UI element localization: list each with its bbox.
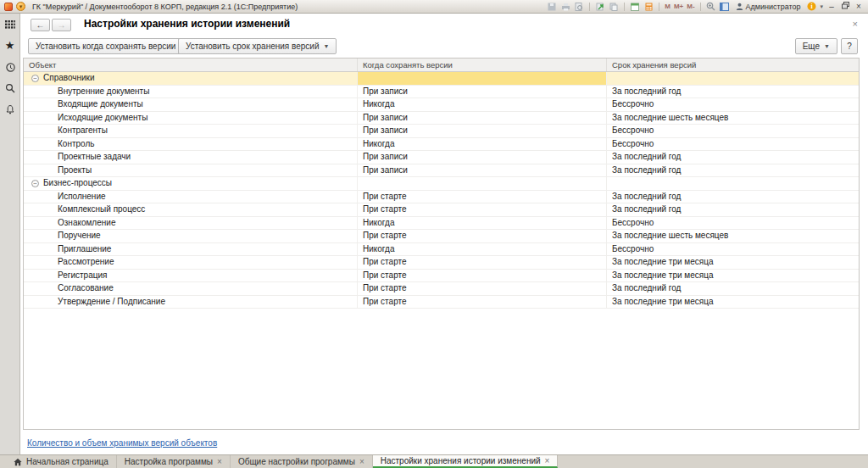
- memory-minus-button[interactable]: M-: [687, 3, 694, 10]
- retention-cell[interactable]: За последние три месяца: [607, 256, 859, 269]
- zoom-icon[interactable]: [706, 2, 716, 12]
- panels-icon[interactable]: [720, 2, 730, 12]
- retention-cell[interactable]: Бессрочно: [607, 138, 859, 151]
- object-cell[interactable]: Ознакомление: [24, 217, 358, 230]
- table-row[interactable]: ИсполнениеПри стартеЗа последний год: [24, 191, 859, 204]
- column-header[interactable]: Когда сохранять версии: [358, 58, 607, 71]
- object-cell[interactable]: Приглашение: [24, 243, 358, 256]
- memory-recall-button[interactable]: M: [665, 3, 670, 10]
- bottom-tab[interactable]: Общие настройки программы×: [231, 455, 373, 468]
- form-close-icon[interactable]: ×: [853, 20, 858, 28]
- table-row[interactable]: СогласованиеПри стартеЗа последний год: [24, 282, 859, 296]
- collapse-icon[interactable]: −: [31, 75, 39, 82]
- when-save-cell[interactable]: При записи: [358, 125, 607, 137]
- when-save-cell[interactable]: При старте: [358, 191, 607, 203]
- table-row[interactable]: Внутренние документыПри записиЗа последн…: [24, 86, 859, 99]
- nav-back-button[interactable]: ←: [31, 19, 50, 31]
- tab-close-icon[interactable]: ×: [217, 458, 222, 466]
- object-cell[interactable]: Рассмотрение: [24, 256, 358, 269]
- retention-cell[interactable]: За последний год: [607, 282, 859, 295]
- table-row[interactable]: ОзнакомлениеНикогдаБессрочно: [24, 217, 859, 231]
- more-actions-button[interactable]: Еще ▼: [795, 38, 837, 54]
- calendar-icon[interactable]: [630, 2, 640, 12]
- history-icon[interactable]: [5, 62, 15, 72]
- tab-close-icon[interactable]: ×: [359, 458, 364, 466]
- when-save-cell[interactable]: При старте: [358, 256, 607, 269]
- tab-close-icon[interactable]: ×: [545, 457, 550, 465]
- table-row[interactable]: Исходящие документыПри записиЗа последни…: [24, 112, 859, 125]
- table-row[interactable]: Комплексный процессПри стартеЗа последни…: [24, 203, 859, 217]
- retention-cell[interactable]: Бессрочно: [607, 243, 859, 256]
- calculator-icon[interactable]: [643, 2, 654, 12]
- when-save-cell[interactable]: При записи: [358, 151, 607, 164]
- when-save-cell[interactable]: При записи: [358, 164, 607, 177]
- when-save-cell[interactable]: При старте: [358, 296, 607, 309]
- object-cell[interactable]: Контрагенты: [24, 125, 358, 137]
- table-group-row[interactable]: −Бизнес-процессы: [24, 177, 859, 191]
- table-row[interactable]: КонтрагентыПри записиБессрочно: [24, 125, 859, 138]
- info-icon[interactable]: i: [806, 2, 816, 12]
- retention-cell[interactable]: Бессрочно: [607, 217, 859, 230]
- retention-cell[interactable]: За последний год: [607, 86, 859, 98]
- object-cell[interactable]: Входящие документы: [24, 98, 358, 111]
- table-row[interactable]: КонтрольНикогдаБессрочно: [24, 138, 859, 152]
- when-save-cell[interactable]: При старте: [358, 230, 607, 242]
- table-row[interactable]: Входящие документыНикогдаБессрочно: [24, 98, 859, 112]
- object-cell[interactable]: Контроль: [24, 138, 358, 151]
- save-icon[interactable]: [547, 2, 557, 12]
- when-save-cell[interactable]: Никогда: [358, 138, 607, 151]
- print-icon[interactable]: [560, 2, 570, 12]
- retention-cell[interactable]: За последние три месяца: [607, 296, 859, 309]
- main-menu-grid-icon[interactable]: [5, 20, 15, 30]
- stored-versions-report-link[interactable]: Количество и объем хранимых версий объек…: [27, 438, 217, 448]
- when-save-cell[interactable]: При записи: [358, 112, 607, 125]
- retention-cell[interactable]: За последний год: [607, 151, 859, 164]
- object-cell[interactable]: Проекты: [24, 164, 358, 177]
- object-cell[interactable]: Согласование: [24, 282, 358, 295]
- info-dropdown-icon[interactable]: ▾: [820, 3, 823, 10]
- object-cell[interactable]: Исходящие документы: [24, 112, 358, 125]
- when-save-cell[interactable]: [358, 177, 607, 190]
- nav-forward-button[interactable]: →: [52, 19, 71, 31]
- object-cell[interactable]: Регистрация: [24, 270, 358, 282]
- retention-cell[interactable]: За последний год: [607, 191, 859, 203]
- table-row[interactable]: Проектные задачиПри записиЗа последний г…: [24, 151, 859, 164]
- table-group-row[interactable]: −Справочники: [24, 72, 859, 86]
- restore-icon[interactable]: [840, 2, 850, 11]
- table-row[interactable]: РассмотрениеПри стартеЗа последние три м…: [24, 256, 859, 270]
- retention-cell[interactable]: [607, 177, 859, 190]
- preview-icon[interactable]: [574, 2, 584, 12]
- object-cell[interactable]: Утверждение / Подписание: [24, 296, 358, 309]
- when-save-cell[interactable]: При старте: [358, 270, 607, 282]
- retention-cell[interactable]: Бессрочно: [607, 98, 859, 111]
- table-row[interactable]: ПоручениеПри стартеЗа последние шесть ме…: [24, 230, 859, 243]
- retention-cell[interactable]: За последний год: [607, 164, 859, 177]
- retention-cell[interactable]: [607, 72, 859, 85]
- bottom-tab[interactable]: Начальная страница: [6, 455, 117, 468]
- memory-plus-button[interactable]: M+: [674, 3, 683, 10]
- search-icon[interactable]: [5, 83, 15, 93]
- set-when-save-versions-button[interactable]: Установить когда сохранять версии ▼: [28, 38, 193, 54]
- retention-cell[interactable]: Бессрочно: [607, 125, 859, 137]
- retention-cell[interactable]: За последние шесть месяцев: [607, 230, 859, 242]
- column-header[interactable]: Объект: [24, 58, 358, 71]
- minimize-icon[interactable]: –: [826, 2, 837, 11]
- when-save-cell[interactable]: Никогда: [358, 217, 607, 230]
- collapse-icon[interactable]: −: [31, 180, 39, 187]
- object-cell[interactable]: Проектные задачи: [24, 151, 358, 164]
- help-button[interactable]: ?: [841, 38, 858, 54]
- object-cell[interactable]: −Справочники: [24, 72, 358, 85]
- column-header[interactable]: Срок хранения версий: [607, 58, 859, 71]
- object-cell[interactable]: Комплексный процесс: [24, 203, 358, 216]
- table-row[interactable]: Утверждение / ПодписаниеПри стартеЗа пос…: [24, 296, 859, 309]
- set-retention-period-button[interactable]: Установить срок хранения версий ▼: [178, 38, 337, 54]
- goto-link-icon[interactable]: [595, 2, 605, 12]
- main-menu-button[interactable]: ▾: [16, 2, 25, 11]
- when-save-cell[interactable]: Никогда: [358, 98, 607, 111]
- bottom-tab[interactable]: Настройки хранения истории изменений×: [373, 455, 559, 468]
- table-row[interactable]: ПроектыПри записиЗа последний год: [24, 164, 859, 178]
- object-cell[interactable]: Исполнение: [24, 191, 358, 203]
- retention-cell[interactable]: За последние три месяца: [607, 270, 859, 282]
- when-save-cell[interactable]: [358, 72, 607, 85]
- object-cell[interactable]: −Бизнес-процессы: [24, 177, 358, 190]
